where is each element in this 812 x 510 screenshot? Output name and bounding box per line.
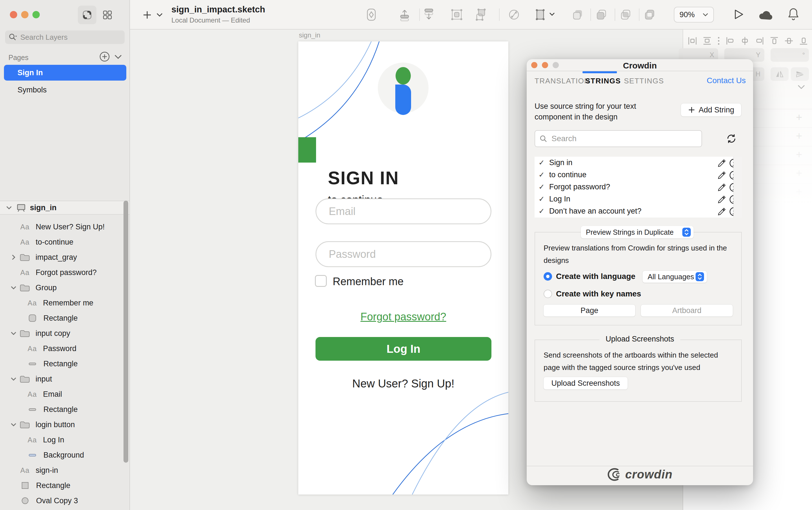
rotation-field[interactable]: ° bbox=[771, 48, 809, 62]
subtract-icon[interactable] bbox=[596, 8, 608, 21]
resize-icon[interactable] bbox=[533, 8, 547, 22]
align-center-h-icon[interactable] bbox=[740, 36, 750, 46]
layer-row[interactable]: input bbox=[0, 371, 124, 387]
sidebar-scrollbar[interactable] bbox=[123, 201, 128, 463]
layer-row[interactable]: impact_gray bbox=[0, 250, 124, 265]
view-toggle-components[interactable] bbox=[98, 6, 117, 24]
artboard-title[interactable]: sign_in bbox=[299, 31, 320, 39]
resize-chevron-icon[interactable] bbox=[549, 12, 555, 16]
sidebar-page-sign-in[interactable]: Sign In bbox=[4, 65, 126, 81]
edit-pencil-icon[interactable] bbox=[717, 159, 726, 168]
string-row[interactable]: ✓Sign in bbox=[534, 157, 742, 169]
window-close-button[interactable] bbox=[10, 11, 17, 18]
layer-row[interactable]: input copy bbox=[0, 326, 124, 341]
cloud-sync-icon[interactable] bbox=[758, 9, 773, 20]
sidebar-page-symbols[interactable]: Symbols bbox=[4, 83, 126, 97]
preview-strings-dropdown[interactable]: Preview Strings in Duplicate bbox=[581, 226, 694, 238]
window-minimize-button[interactable] bbox=[21, 11, 28, 18]
more-options-icon[interactable] bbox=[717, 36, 720, 46]
string-row[interactable]: ✓Log In bbox=[534, 193, 742, 205]
add-style-button[interactable]: + bbox=[794, 169, 804, 178]
layer-row[interactable]: Rectangle bbox=[0, 402, 124, 417]
layer-row[interactable]: Rectangle bbox=[0, 310, 124, 326]
layer-row[interactable]: Background bbox=[0, 447, 124, 463]
layer-row[interactable]: AaEmail bbox=[0, 387, 124, 402]
layer-root-row[interactable]: sign_in bbox=[0, 201, 129, 215]
tab-settings[interactable]: SETTINGS bbox=[624, 77, 664, 85]
layer-row[interactable]: AaForgot password? bbox=[0, 265, 124, 280]
strings-search-input[interactable] bbox=[551, 134, 687, 143]
intersect-icon[interactable] bbox=[620, 8, 632, 21]
layer-row[interactable]: AaNew User? Sign Up! bbox=[0, 219, 124, 234]
edit-pencil-icon[interactable] bbox=[717, 207, 726, 216]
layer-row[interactable]: Rectangle bbox=[0, 478, 124, 493]
group-icon[interactable] bbox=[450, 8, 464, 22]
edit-pencil-icon[interactable] bbox=[717, 195, 726, 204]
difference-icon[interactable] bbox=[644, 8, 656, 21]
artboard-button[interactable]: Artboard bbox=[641, 304, 733, 317]
add-shape-icon[interactable] bbox=[142, 10, 152, 20]
search-layers-input[interactable] bbox=[20, 33, 111, 42]
layer-row[interactable]: AaPassword bbox=[0, 341, 124, 356]
language-select[interactable]: All Languages bbox=[642, 270, 707, 283]
layer-row[interactable]: AaRemember me bbox=[0, 295, 124, 310]
section-collapse-icon[interactable] bbox=[798, 85, 805, 89]
add-style-button[interactable]: + bbox=[794, 131, 804, 141]
distribute-vertical-icon[interactable] bbox=[702, 36, 712, 46]
send-backward-icon[interactable] bbox=[422, 8, 436, 22]
add-chevron-icon[interactable] bbox=[156, 13, 163, 17]
layer-row[interactable]: Group bbox=[0, 280, 124, 295]
strings-search-field[interactable] bbox=[534, 130, 702, 147]
pages-collapse-icon[interactable] bbox=[114, 55, 122, 59]
chevron-down-icon[interactable] bbox=[11, 377, 16, 381]
no-style-icon[interactable] bbox=[507, 8, 521, 22]
tab-translation[interactable]: TRANSLATION bbox=[534, 77, 590, 85]
add-style-button[interactable]: + bbox=[794, 113, 804, 123]
layer-row[interactable]: AaLog In bbox=[0, 432, 124, 447]
preview-play-icon[interactable] bbox=[732, 8, 745, 21]
layer-row[interactable]: Rectangle bbox=[0, 356, 124, 371]
chevron-down-icon[interactable] bbox=[11, 423, 16, 427]
bring-forward-icon[interactable] bbox=[398, 8, 411, 22]
layer-row[interactable]: login button bbox=[0, 417, 124, 432]
add-style-button[interactable]: + bbox=[794, 187, 804, 197]
union-icon[interactable] bbox=[572, 8, 584, 21]
artboard-sign-in[interactable]: SIGN IN to continue Email Password Remem… bbox=[298, 41, 509, 494]
align-right-icon[interactable] bbox=[755, 36, 764, 46]
string-row[interactable]: ✓to continue bbox=[534, 169, 742, 181]
chevron-down-icon[interactable] bbox=[6, 206, 12, 210]
flip-horizontal-button[interactable] bbox=[771, 67, 789, 81]
distribute-horizontal-icon[interactable] bbox=[688, 36, 697, 46]
align-bottom-icon[interactable] bbox=[799, 36, 808, 46]
layer-row[interactable]: Oval Copy 3 bbox=[0, 493, 124, 508]
notifications-bell-icon[interactable] bbox=[787, 7, 800, 22]
window-zoom-button[interactable] bbox=[32, 11, 40, 18]
zoom-select[interactable]: 90% bbox=[674, 7, 714, 23]
align-left-icon[interactable] bbox=[725, 36, 735, 46]
string-row[interactable]: ✓Don’t have an account yet? bbox=[534, 205, 742, 217]
search-layers-field[interactable] bbox=[5, 30, 125, 44]
layer-row[interactable]: Aato-continue bbox=[0, 234, 124, 250]
page-button[interactable]: Page bbox=[543, 304, 636, 317]
insert-symbol-icon[interactable] bbox=[365, 8, 378, 22]
edit-pencil-icon[interactable] bbox=[717, 183, 726, 192]
add-string-button[interactable]: Add String bbox=[680, 103, 742, 117]
chevron-right-icon[interactable] bbox=[12, 254, 16, 260]
edit-pencil-icon[interactable] bbox=[717, 171, 726, 180]
align-top-icon[interactable] bbox=[770, 36, 779, 46]
contact-us-link[interactable]: Contact Us bbox=[707, 76, 746, 85]
add-page-icon[interactable] bbox=[99, 51, 110, 62]
chevron-down-icon[interactable] bbox=[11, 286, 16, 290]
refresh-icon[interactable] bbox=[726, 133, 737, 144]
view-toggle-canvas[interactable] bbox=[78, 6, 96, 24]
chevron-down-icon[interactable] bbox=[11, 332, 16, 335]
tab-strings[interactable]: STRINGS bbox=[585, 77, 621, 85]
upload-screenshots-button[interactable]: Upload Screenshots bbox=[543, 377, 628, 390]
ungroup-icon[interactable] bbox=[474, 8, 488, 22]
add-style-button[interactable]: + bbox=[794, 150, 804, 160]
layer-row[interactable]: Aasign-in bbox=[0, 463, 124, 478]
flip-vertical-button[interactable] bbox=[791, 67, 809, 81]
align-middle-v-icon[interactable] bbox=[784, 36, 794, 46]
strings-list-scrollbar[interactable] bbox=[733, 157, 742, 217]
string-row[interactable]: ✓Forgot password? bbox=[534, 181, 742, 193]
